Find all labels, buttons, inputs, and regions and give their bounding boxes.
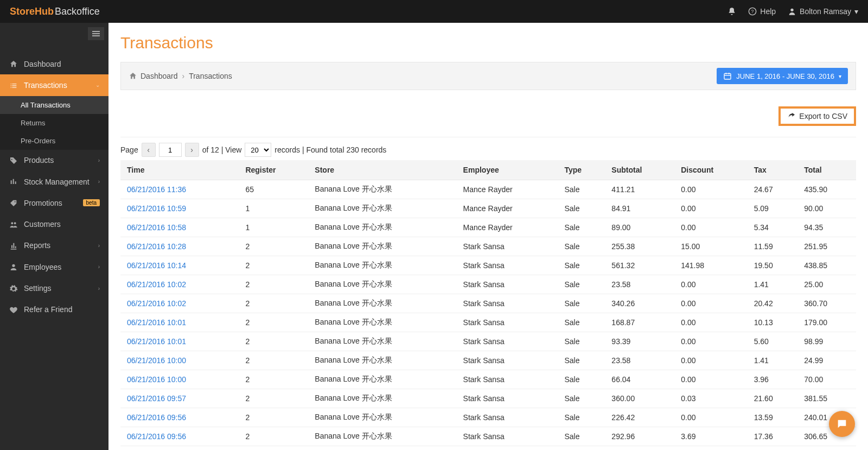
cell-time: 06/21/2016 10:02 (120, 275, 240, 294)
page-input[interactable] (159, 143, 182, 157)
help-label: Help (760, 7, 776, 16)
export-csv-button[interactable]: Export to CSV (778, 106, 856, 126)
sidebar: DashboardTransactions⌄All TransactionsRe… (0, 23, 108, 450)
column-register[interactable]: Register (240, 160, 309, 180)
transaction-link[interactable]: 06/21/2016 10:00 (127, 356, 186, 365)
cell-employee: Stark Sansa (458, 370, 559, 389)
next-page-button[interactable]: › (185, 143, 199, 157)
share-icon (787, 112, 796, 121)
cell-time: 06/21/2016 09:56 (120, 427, 240, 446)
sidebar-item-label: Reports (24, 241, 50, 250)
sidebar-item-customers[interactable]: Customers (0, 213, 108, 234)
breadcrumb-sep: › (182, 72, 185, 80)
sidebar-item-stock-management[interactable]: Stock Management› (0, 171, 108, 192)
column-store[interactable]: Store (309, 160, 457, 180)
cell-time: 06/21/2016 10:28 (120, 237, 240, 256)
table-row: 06/21/2016 11:3665Banana Love 开心水果Mance … (120, 180, 856, 199)
brand-logo[interactable]: StoreHub Backoffice (10, 6, 100, 17)
cell-total: 89.00 (799, 446, 856, 451)
sidebar-item-refer-a-friend[interactable]: Refer a Friend (0, 299, 108, 320)
calendar-icon (723, 72, 732, 80)
cell-employee: Stark Sansa (458, 389, 559, 408)
home-icon (9, 59, 18, 68)
cell-store: Banana Love 开心水果 (309, 427, 457, 446)
help-button[interactable]: ? Help (748, 7, 776, 16)
cell-employee: Stark Sansa (458, 351, 559, 370)
cell-register: 2 (240, 351, 309, 370)
sidebar-item-employees[interactable]: Employees› (0, 256, 108, 277)
sidebar-item-transactions[interactable]: Transactions⌄ (0, 74, 108, 96)
cell-subtotal: 83.96 (606, 446, 675, 451)
transaction-link[interactable]: 06/21/2016 10:58 (127, 223, 186, 232)
transaction-link[interactable]: 06/21/2016 10:14 (127, 261, 186, 270)
sidebar-item-dashboard[interactable]: Dashboard (0, 53, 108, 74)
cell-tax: 1.41 (749, 275, 799, 294)
transaction-link[interactable]: 06/21/2016 09:57 (127, 394, 186, 403)
table-row: 06/21/2016 10:581Banana Love 开心水果Mance R… (120, 218, 856, 237)
transaction-link[interactable]: 06/21/2016 10:01 (127, 318, 186, 327)
sidebar-subitem-all-transactions[interactable]: All Transactions (0, 96, 108, 114)
cell-time: 06/21/2016 09:57 (120, 389, 240, 408)
gear-icon (9, 283, 18, 293)
bell-icon (727, 7, 736, 16)
per-page-select[interactable]: 20 (245, 143, 271, 157)
column-total[interactable]: Total (799, 160, 856, 180)
column-tax[interactable]: Tax (749, 160, 799, 180)
column-employee[interactable]: Employee (458, 160, 559, 180)
pricetag-icon (9, 198, 18, 207)
table-row: 06/21/2016 09:572Banana Love 开心水果Stark S… (120, 389, 856, 408)
cell-type: Sale (559, 408, 606, 427)
cell-type: Sale (559, 446, 606, 451)
sidebar-item-settings[interactable]: Settings› (0, 277, 108, 299)
cell-subtotal: 168.87 (606, 313, 675, 332)
heart-icon (9, 305, 18, 314)
cell-subtotal: 23.58 (606, 351, 675, 370)
transaction-link[interactable]: 06/21/2016 10:02 (127, 299, 186, 308)
transaction-link[interactable]: 06/21/2016 09:56 (127, 432, 186, 441)
cell-tax: 20.42 (749, 294, 799, 313)
sidebar-item-products[interactable]: Products› (0, 150, 108, 171)
cell-tax: 10.13 (749, 313, 799, 332)
transaction-link[interactable]: 06/21/2016 11:36 (127, 185, 186, 194)
cell-time: 06/21/2016 09:56 (120, 446, 240, 451)
table-row: 06/21/2016 10:002Banana Love 开心水果Stark S… (120, 370, 856, 389)
cell-time: 06/21/2016 10:00 (120, 370, 240, 389)
cell-store: Banana Love 开心水果 (309, 313, 457, 332)
cell-employee: Stark Sansa (458, 446, 559, 451)
transaction-link[interactable]: 06/21/2016 10:02 (127, 280, 186, 289)
column-type[interactable]: Type (559, 160, 606, 180)
sidebar-item-promotions[interactable]: Promotionsbeta (0, 192, 108, 213)
question-circle-icon: ? (748, 7, 757, 16)
prev-page-button[interactable]: ‹ (142, 143, 156, 157)
cell-total: 98.99 (799, 332, 856, 351)
sidebar-subitem-pre-orders[interactable]: Pre-Orders (0, 132, 108, 150)
cell-time: 06/21/2016 09:56 (120, 408, 240, 427)
breadcrumb-dashboard[interactable]: Dashboard (141, 72, 178, 80)
cell-subtotal: 66.04 (606, 370, 675, 389)
cell-time: 06/21/2016 10:02 (120, 294, 240, 313)
brand-light: Backoffice (55, 6, 100, 17)
column-subtotal[interactable]: Subtotal (606, 160, 675, 180)
chat-fab[interactable] (829, 411, 855, 437)
cell-subtotal: 255.38 (606, 237, 675, 256)
user-menu[interactable]: Bolton Ramsay ▾ (788, 7, 858, 16)
cell-discount: 15.00 (675, 237, 748, 256)
cell-register: 2 (240, 332, 309, 351)
notifications-button[interactable] (727, 7, 736, 16)
column-time[interactable]: Time (120, 160, 240, 180)
sidebar-subitem-returns[interactable]: Returns (0, 114, 108, 132)
transaction-link[interactable]: 06/21/2016 09:56 (127, 413, 186, 422)
transaction-link[interactable]: 06/21/2016 10:00 (127, 375, 186, 384)
transaction-link[interactable]: 06/21/2016 10:59 (127, 204, 186, 213)
cell-register: 1 (240, 218, 309, 237)
transaction-link[interactable]: 06/21/2016 10:28 (127, 242, 186, 251)
column-discount[interactable]: Discount (675, 160, 748, 180)
total-pages-text: of 12 | View (202, 145, 242, 154)
sidebar-toggle[interactable] (88, 27, 104, 40)
date-range-picker[interactable]: JUNE 1, 2016 - JUNE 30, 2016 ▾ (717, 68, 848, 84)
sidebar-item-reports[interactable]: Reports› (0, 235, 108, 256)
sidebar-item-label: Refer a Friend (24, 305, 72, 314)
transaction-link[interactable]: 06/21/2016 10:01 (127, 337, 186, 346)
table-row: 06/21/2016 09:562Banana Love 开心水果Stark S… (120, 408, 856, 427)
cell-employee: Stark Sansa (458, 313, 559, 332)
